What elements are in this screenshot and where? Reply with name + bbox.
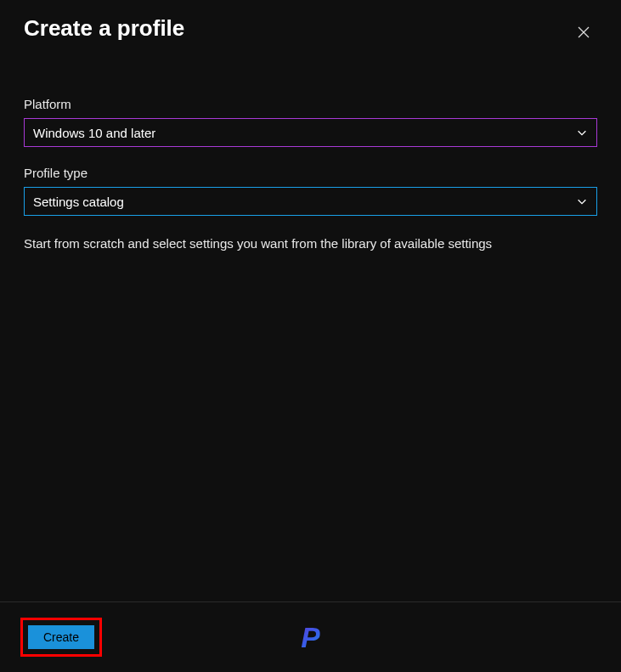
close-button[interactable] — [570, 19, 597, 46]
panel-header: Create a profile — [0, 0, 621, 46]
profile-type-field-group: Profile type Settings catalog — [24, 166, 597, 216]
create-profile-panel: Create a profile Platform Windows 10 and… — [0, 0, 621, 672]
platform-value: Windows 10 and later — [33, 126, 155, 140]
panel-title: Create a profile — [24, 15, 184, 42]
profile-type-label: Profile type — [24, 166, 597, 180]
platform-dropdown[interactable]: Windows 10 and later — [24, 118, 597, 147]
close-icon — [577, 25, 590, 39]
chevron-down-icon — [576, 127, 588, 138]
profile-description: Start from scratch and select settings y… — [24, 234, 597, 252]
platform-field-group: Platform Windows 10 and later — [24, 97, 597, 147]
create-button-highlight: Create — [20, 618, 102, 657]
create-button[interactable]: Create — [28, 625, 94, 649]
profile-type-value: Settings catalog — [33, 195, 124, 209]
logo: P — [301, 621, 320, 654]
panel-content: Platform Windows 10 and later Profile ty… — [0, 46, 621, 601]
profile-type-dropdown[interactable]: Settings catalog — [24, 187, 597, 216]
logo-icon: P — [301, 621, 320, 654]
panel-footer: Create P — [0, 601, 621, 672]
platform-label: Platform — [24, 97, 597, 111]
chevron-down-icon — [576, 195, 588, 207]
